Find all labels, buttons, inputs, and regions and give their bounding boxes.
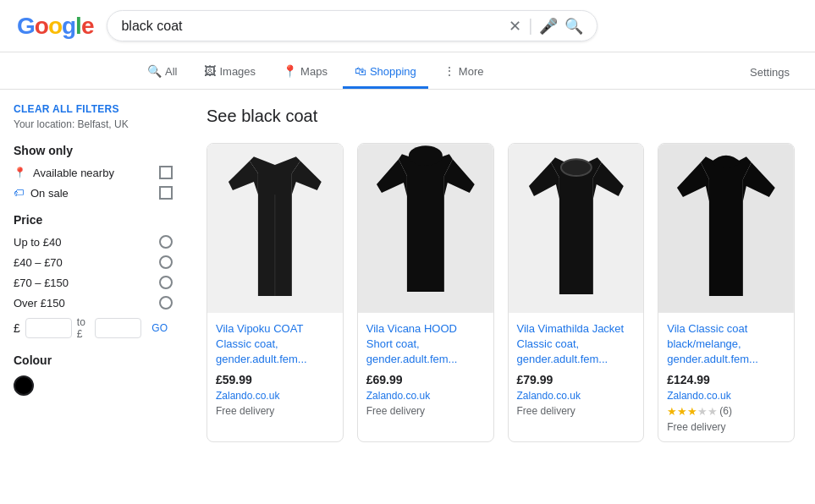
nav-item-images[interactable]: 🖼 Images (192, 56, 267, 89)
location-pin-icon: 📍 (14, 167, 26, 178)
colour-title: Colour (14, 353, 173, 367)
product-image-4 (658, 144, 794, 313)
star-icon-2: ★ (677, 405, 687, 418)
search-submit-icon[interactable]: 🔍 (564, 17, 583, 36)
filter-on-sale: 🏷 On sale (14, 186, 173, 200)
show-only-section: Show only 📍 Available nearby 🏷 On sale (14, 144, 173, 200)
svg-point-5 (560, 159, 591, 176)
price-label-1: Up to £40 (14, 236, 152, 249)
price-go-button[interactable]: GO (146, 319, 173, 337)
product-image-3 (509, 144, 644, 313)
filter-label-sale: On sale (30, 187, 152, 200)
product-price-2: £69.99 (366, 373, 485, 386)
clear-filters-button[interactable]: CLEAR ALL FILTERS (14, 103, 173, 115)
price-option-3[interactable]: £70 – £150 (14, 276, 173, 289)
star-icon-4: ★ (697, 405, 708, 418)
nav-label-maps: Maps (300, 65, 328, 78)
available-nearby-checkbox[interactable] (159, 166, 173, 179)
nav-label-all: All (165, 65, 177, 78)
price-from-prefix: £ (14, 321, 20, 335)
product-delivery-1: Free delivery (216, 405, 334, 417)
product-name-1: Vila Vipoku COAT Classic coat, gender.ad… (216, 321, 334, 368)
price-option-1[interactable]: Up to £40 (14, 235, 173, 249)
product-store-2[interactable]: Zalando.co.uk (366, 390, 485, 402)
divider-icon: | (528, 16, 532, 36)
show-only-title: Show only (14, 144, 173, 157)
products-grid: Vila Vipoku COAT Classic coat, gender.ad… (207, 143, 795, 442)
filter-available-nearby: 📍 Available nearby (14, 166, 173, 179)
product-price-4: £124.99 (667, 373, 785, 386)
results-content: See black coat Vila Vipoku COAT Classic … (186, 90, 815, 459)
price-radio-1[interactable] (159, 235, 173, 249)
nav-label-shopping: Shopping (370, 65, 416, 78)
price-option-2[interactable]: £40 – £70 (14, 255, 173, 269)
nav-item-more[interactable]: ⋮ More (432, 56, 496, 89)
product-store-3[interactable]: Zalando.co.uk (517, 390, 636, 402)
nav-label-more: More (459, 65, 484, 78)
results-title: See black coat (207, 107, 795, 126)
google-logo[interactable]: Google (17, 13, 93, 40)
price-title: Price (14, 213, 173, 227)
product-rating-4: ★ ★ ★ ★ ★ (6) (667, 405, 785, 418)
review-count: (6) (719, 405, 732, 417)
price-radio-3[interactable] (159, 276, 173, 289)
price-label-2: £40 – £70 (14, 256, 152, 269)
product-price-3: £79.99 (517, 373, 636, 386)
settings-link[interactable]: Settings (738, 58, 801, 87)
nav-item-maps[interactable]: 📍 Maps (271, 56, 339, 89)
product-info-3: Vila Vimathilda Jacket Classic coat, gen… (509, 313, 644, 425)
product-store-1[interactable]: Zalando.co.uk (216, 390, 334, 402)
nav-item-shopping[interactable]: 🛍 Shopping (343, 56, 428, 89)
price-section: Price Up to £40 £40 – £70 £70 – £150 Ove… (14, 213, 173, 340)
main-content: CLEAR ALL FILTERS Your location: Belfast… (0, 90, 815, 459)
colour-section: Colour (14, 353, 173, 396)
price-radio-4[interactable] (159, 296, 173, 310)
price-option-4[interactable]: Over £150 (14, 296, 173, 310)
star-icon-3: ★ (687, 405, 697, 418)
product-image-1 (207, 144, 343, 313)
nav-item-all[interactable]: 🔍 All (135, 56, 189, 89)
product-name-2: Vila Vicana HOOD Short coat, gender.adul… (366, 321, 485, 368)
product-card-3[interactable]: Vila Vimathilda Jacket Classic coat, gen… (508, 143, 645, 442)
clear-search-icon[interactable]: ✕ (509, 17, 521, 36)
product-store-4[interactable]: Zalando.co.uk (667, 390, 785, 402)
on-sale-checkbox[interactable] (159, 186, 173, 200)
price-to-input[interactable] (95, 318, 141, 338)
more-icon: ⋮ (443, 64, 455, 78)
price-to-label: to £ (77, 316, 91, 340)
product-image-2 (358, 144, 493, 313)
nav-bar: 🔍 All 🖼 Images 📍 Maps 🛍 Shopping ⋮ More … (0, 52, 815, 90)
star-icon-1: ★ (667, 405, 677, 418)
price-radio-2[interactable] (159, 255, 173, 269)
maps-icon: 📍 (283, 64, 297, 78)
price-label-4: Over £150 (14, 297, 152, 310)
price-range-inputs: £ to £ GO (14, 316, 173, 340)
product-card-1[interactable]: Vila Vipoku COAT Classic coat, gender.ad… (207, 143, 344, 442)
product-delivery-2: Free delivery (366, 405, 485, 417)
search-input[interactable] (121, 19, 502, 34)
colour-swatch-black[interactable] (14, 375, 34, 396)
product-delivery-3: Free delivery (517, 405, 636, 417)
product-name-3: Vila Vimathilda Jacket Classic coat, gen… (517, 321, 636, 368)
product-info-2: Vila Vicana HOOD Short coat, gender.adul… (358, 313, 493, 425)
all-icon: 🔍 (147, 64, 162, 78)
svg-point-3 (409, 145, 443, 166)
product-name-4: Vila Classic coat black/melange, gender.… (667, 321, 785, 368)
microphone-icon[interactable]: 🎤 (539, 17, 558, 36)
product-info-1: Vila Vipoku COAT Classic coat, gender.ad… (207, 313, 343, 425)
header: Google ✕ | 🎤 🔍 (0, 0, 815, 52)
product-card-2[interactable]: Vila Vicana HOOD Short coat, gender.adul… (357, 143, 494, 442)
nav-label-images: Images (219, 65, 256, 78)
product-price-1: £59.99 (216, 373, 334, 386)
product-info-4: Vila Classic coat black/melange, gender.… (658, 313, 794, 441)
tag-icon: 🏷 (14, 187, 24, 199)
price-label-3: £70 – £150 (14, 277, 152, 289)
sidebar: CLEAR ALL FILTERS Your location: Belfast… (0, 90, 186, 459)
location-text: Your location: Belfast, UK (14, 118, 173, 130)
price-from-input[interactable] (25, 318, 72, 338)
star-icon-5: ★ (708, 405, 718, 418)
images-icon: 🖼 (204, 64, 216, 78)
search-bar: ✕ | 🎤 🔍 (107, 10, 597, 41)
product-card-4[interactable]: Vila Classic coat black/melange, gender.… (658, 143, 795, 442)
filter-label-available: Available nearby (33, 167, 152, 179)
